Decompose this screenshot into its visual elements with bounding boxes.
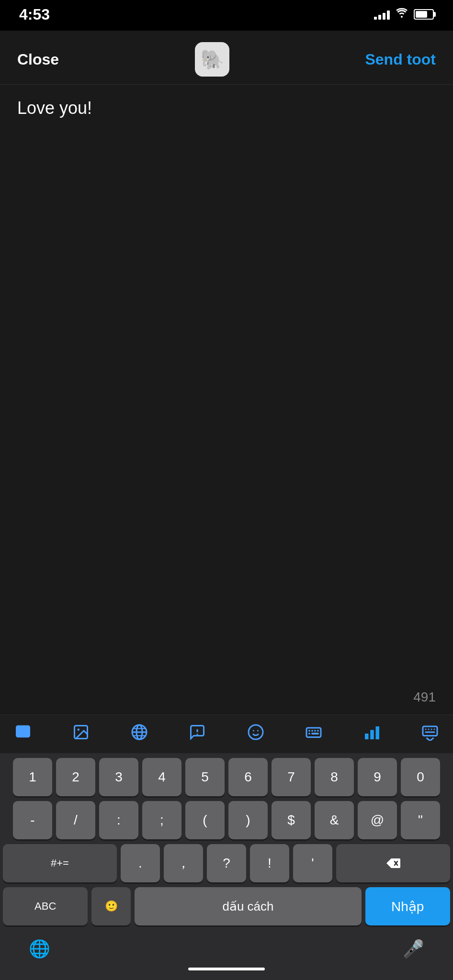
key-9[interactable]: 9 bbox=[358, 758, 397, 796]
compose-text: Love you! bbox=[17, 96, 436, 120]
key-exclamation[interactable]: ! bbox=[250, 844, 289, 882]
key-space[interactable]: dấu cách bbox=[135, 887, 361, 925]
svg-point-11 bbox=[257, 730, 259, 732]
battery-icon bbox=[414, 9, 434, 20]
key-backspace[interactable] bbox=[336, 844, 450, 882]
home-indicator-bar bbox=[188, 968, 265, 970]
close-button[interactable]: Close bbox=[17, 51, 59, 68]
emoji-icon[interactable] bbox=[247, 724, 264, 745]
signal-bars-icon bbox=[374, 9, 390, 20]
key-5[interactable]: 5 bbox=[185, 758, 225, 796]
app-area: Close 🐘 Send toot Love you! 491 bbox=[0, 31, 453, 980]
key-slash[interactable]: / bbox=[56, 801, 95, 839]
key-1[interactable]: 1 bbox=[13, 758, 52, 796]
elephant-icon: 🐘 bbox=[200, 48, 224, 71]
key-comma[interactable]: ， bbox=[164, 844, 203, 882]
svg-rect-12 bbox=[306, 728, 321, 737]
bottom-system-bar: 🌐 🎤 bbox=[0, 930, 453, 964]
key-abc[interactable]: ABC bbox=[3, 887, 88, 925]
key-4[interactable]: 4 bbox=[142, 758, 181, 796]
keyboard-row-bottom: ABC 🙂 dấu cách Nhập bbox=[3, 887, 450, 925]
key-question[interactable]: ? bbox=[207, 844, 246, 882]
svg-point-8 bbox=[197, 734, 198, 735]
keyboard-grid-icon[interactable] bbox=[305, 724, 322, 745]
key-emoji-switch[interactable]: 🙂 bbox=[91, 887, 131, 925]
send-toot-button[interactable]: Send toot bbox=[365, 51, 436, 68]
globe-language-icon[interactable]: 🌐 bbox=[29, 939, 50, 959]
status-time: 4:53 bbox=[19, 6, 50, 23]
key-8[interactable]: 8 bbox=[315, 758, 354, 796]
key-colon[interactable]: : bbox=[99, 801, 138, 839]
svg-point-10 bbox=[253, 730, 254, 732]
key-dollar[interactable]: $ bbox=[272, 801, 311, 839]
key-quote[interactable]: " bbox=[401, 801, 440, 839]
key-at[interactable]: @ bbox=[358, 801, 397, 839]
key-6[interactable]: 6 bbox=[228, 758, 268, 796]
hide-keyboard-icon[interactable] bbox=[421, 724, 439, 745]
key-open-paren[interactable]: ( bbox=[185, 801, 225, 839]
alert-bubble-icon[interactable] bbox=[189, 724, 206, 745]
compose-area[interactable]: Love you! 491 bbox=[0, 85, 453, 714]
keyboard-row-numbers: 1 2 3 4 5 6 7 8 9 0 bbox=[3, 758, 450, 796]
key-0[interactable]: 0 bbox=[401, 758, 440, 796]
key-2[interactable]: 2 bbox=[56, 758, 95, 796]
chart-icon[interactable] bbox=[363, 724, 381, 745]
key-hashtag[interactable]: #+= bbox=[3, 844, 117, 882]
nav-bar: Close 🐘 Send toot bbox=[0, 31, 453, 85]
key-enter[interactable]: Nhập bbox=[365, 887, 450, 925]
keyboard-row-special: #+= . ， ? ! ' bbox=[3, 844, 450, 882]
image-icon[interactable] bbox=[72, 724, 90, 745]
wifi-icon bbox=[396, 8, 408, 21]
key-period[interactable]: . bbox=[121, 844, 160, 882]
key-apostrophe[interactable]: ' bbox=[293, 844, 332, 882]
globe-icon[interactable] bbox=[131, 724, 148, 745]
home-indicator-area bbox=[0, 964, 453, 980]
svg-rect-22 bbox=[423, 726, 437, 736]
compose-toolbar bbox=[0, 714, 453, 753]
svg-rect-19 bbox=[365, 734, 369, 739]
key-close-paren[interactable]: ) bbox=[228, 801, 268, 839]
svg-point-1 bbox=[78, 729, 80, 731]
keyboard-row-symbols: - / : ; ( ) $ & @ " bbox=[3, 801, 450, 839]
key-semicolon[interactable]: ; bbox=[142, 801, 181, 839]
camera-icon[interactable] bbox=[14, 724, 32, 745]
svg-rect-21 bbox=[375, 726, 379, 739]
keyboard: 1 2 3 4 5 6 7 8 9 0 - / : ; ( ) $ & @ " … bbox=[0, 753, 453, 930]
svg-point-9 bbox=[249, 725, 263, 739]
svg-rect-20 bbox=[370, 730, 374, 740]
key-dash[interactable]: - bbox=[13, 801, 52, 839]
key-3[interactable]: 3 bbox=[99, 758, 138, 796]
key-7[interactable]: 7 bbox=[272, 758, 311, 796]
char-count: 491 bbox=[413, 690, 436, 705]
key-ampersand[interactable]: & bbox=[315, 801, 354, 839]
microphone-icon[interactable]: 🎤 bbox=[403, 939, 424, 959]
status-bar: 4:53 bbox=[0, 0, 453, 29]
mastodon-logo: 🐘 bbox=[195, 42, 229, 77]
status-icons bbox=[374, 8, 434, 21]
